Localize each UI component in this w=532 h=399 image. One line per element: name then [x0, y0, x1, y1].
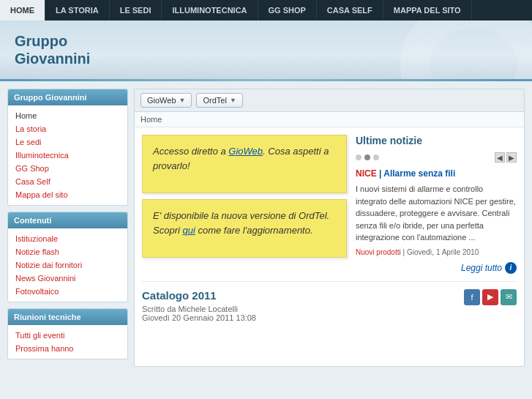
- sidebar-section-gruppo: Gruppo Giovannini Home La storia Le sedi…: [7, 89, 128, 206]
- sticky-notes-column: Accesso diretto a GioWeb. Cosa aspetti a…: [142, 135, 347, 274]
- sidebar: Gruppo Giovannini Home La storia Le sedi…: [7, 89, 128, 367]
- sidebar-link-istituzionale[interactable]: Istituzionale: [8, 232, 127, 245]
- news-article-text: I nuovi sistemi di allarme e controllo i…: [356, 183, 517, 244]
- gioweb-chevron-icon: ▼: [179, 97, 186, 104]
- nav-item-casa-self[interactable]: CASA SELF: [317, 0, 383, 20]
- sidebar-links-gruppo: Home La storia Le sedi Illuminotecnica G…: [8, 105, 127, 205]
- gioweb-label: GioWeb: [147, 96, 176, 105]
- nav-item-le-sedi[interactable]: LE SEDI: [110, 0, 162, 20]
- sidebar-links-riunioni: Tutti gli eventi Prossima hanno: [8, 325, 127, 359]
- news-nice-label: NICE: [356, 168, 377, 179]
- nav-item-mappa-del-sito[interactable]: MAPPA DEL SITO: [383, 0, 472, 20]
- sidebar-section-contenuti: Contenuti Istituzionale Notizie flash No…: [7, 212, 128, 302]
- sidebar-section-contenuti-title: Contenuti: [8, 212, 127, 228]
- sidebar-links-contenuti: Istituzionale Notizie flash Notizie dai …: [8, 228, 127, 302]
- main-layout: Gruppo Giovannini Home La storia Le sedi…: [0, 81, 532, 374]
- news-pagination-dots: ◀ ▶: [356, 152, 517, 163]
- news-prev-button[interactable]: ◀: [495, 152, 505, 163]
- sidebar-link-la-storia[interactable]: La storia: [8, 122, 127, 135]
- gioweb-dropdown[interactable]: GioWeb ▼: [141, 93, 192, 108]
- catalog-date: Giovedì 20 Gennaio 2011 13:08: [142, 313, 256, 322]
- ordtel-chevron-icon: ▼: [230, 97, 236, 104]
- news-date: Giovedì, 1 Aprile 2010: [407, 248, 479, 256]
- read-more-link[interactable]: Leggi tutto: [461, 263, 502, 273]
- sidebar-section-riunioni: Riunioni tecniche Tutti gli eventi Pross…: [7, 308, 128, 359]
- sticky-ordtel-after: come fare l'aggiornamento.: [195, 225, 313, 236]
- share-youtube-icon[interactable]: ▶: [482, 289, 498, 305]
- sidebar-link-gg-shop[interactable]: GG Shop: [8, 162, 127, 175]
- news-meta: Nuovi prodotti | Giovedì, 1 Aprile 2010: [356, 248, 517, 256]
- info-icon: i: [505, 262, 517, 274]
- sidebar-link-illuminotecnica[interactable]: Illuminotecnica: [8, 149, 127, 162]
- news-column: Ultime notizie ◀ ▶ NICE | Allarme senza …: [356, 135, 517, 274]
- sidebar-section-gruppo-title: Gruppo Giovannini: [8, 89, 127, 105]
- nav-item-home[interactable]: HOME: [0, 0, 45, 20]
- sticky-text-before: Accesso diretto a: [153, 146, 228, 157]
- catalog-share-icons: f ▶ ✉: [464, 289, 517, 305]
- content-area: GioWeb ▼ OrdTel ▼ Home Accesso diretto a…: [134, 89, 525, 367]
- sidebar-link-le-sedi[interactable]: Le sedi: [8, 135, 127, 149]
- news-next-button[interactable]: ▶: [506, 152, 517, 163]
- site-logo: Gruppo Giovannini: [15, 32, 90, 67]
- ordtel-dropdown[interactable]: OrdTel ▼: [196, 93, 242, 108]
- news-dot-2: [364, 154, 370, 160]
- ordtel-label: OrdTel: [203, 96, 226, 105]
- share-email-icon[interactable]: ✉: [501, 289, 517, 305]
- catalog-section: Catalogo 2011 Scritto da Michele Locatel…: [142, 281, 517, 322]
- sidebar-link-mappa[interactable]: Mappa del sito: [8, 188, 127, 201]
- catalog-author: Scritto da Michele Locatelli: [142, 305, 256, 313]
- header-decoration: [400, 20, 532, 79]
- sidebar-link-tutti-eventi[interactable]: Tutti gli eventi: [8, 329, 127, 342]
- nav-item-illuminotecnica[interactable]: ILLUMINOTECNICA: [162, 0, 258, 20]
- top-navigation: HOME LA STORIA LE SEDI ILLUMINOTECNICA G…: [0, 0, 532, 20]
- sticky-note-gioweb: Accesso diretto a GioWeb. Cosa aspetti a…: [142, 135, 347, 193]
- content-inner: Accesso diretto a GioWeb. Cosa aspetti a…: [135, 127, 524, 329]
- news-dot-3: [373, 154, 379, 160]
- sticky-note-ordtel: E' disponibile la nuova versione di OrdT…: [142, 199, 347, 258]
- catalog-header: Catalogo 2011 Scritto da Michele Locatel…: [142, 289, 517, 322]
- news-article-title[interactable]: NICE | Allarme senza fili: [356, 168, 517, 179]
- site-header: Gruppo Giovannini: [0, 20, 532, 79]
- news-navigation: ◀ ▶: [495, 152, 517, 163]
- sticky-link-ordtel[interactable]: qui: [182, 225, 195, 236]
- sidebar-section-riunioni-title: Riunioni tecniche: [8, 309, 127, 325]
- sidebar-link-fotovoltaico[interactable]: Fotovoltaico: [8, 285, 127, 298]
- breadcrumb: Home: [135, 112, 524, 127]
- share-facebook-icon[interactable]: f: [464, 289, 480, 305]
- sidebar-link-notizie-flash[interactable]: Notizie flash: [8, 245, 127, 258]
- content-toolbar: GioWeb ▼ OrdTel ▼: [135, 89, 524, 112]
- catalog-info: Catalogo 2011 Scritto da Michele Locatel…: [142, 289, 256, 322]
- nav-item-la-storia[interactable]: LA STORIA: [45, 0, 110, 20]
- news-title: Ultime notizie: [356, 135, 517, 146]
- news-read-more-row: Leggi tutto i: [356, 262, 517, 274]
- catalog-title: Catalogo 2011: [142, 289, 256, 302]
- sticky-link-gioweb[interactable]: GioWeb: [228, 146, 263, 157]
- nav-item-gg-shop[interactable]: GG SHOP: [258, 0, 317, 20]
- sidebar-link-news-giovannini[interactable]: News Giovannini: [8, 272, 127, 285]
- news-category-link[interactable]: Nuovi prodotti: [356, 248, 401, 256]
- sidebar-link-casa-self[interactable]: Casa Self: [8, 175, 127, 188]
- news-dot-1: [356, 154, 361, 160]
- news-pipe: | Allarme senza fili: [377, 168, 456, 179]
- sidebar-link-notizie-fornitori[interactable]: Notizie dai fornitori: [8, 258, 127, 272]
- sidebar-link-home[interactable]: Home: [8, 109, 127, 122]
- sidebar-link-prossima[interactable]: Prossima hanno: [8, 342, 127, 355]
